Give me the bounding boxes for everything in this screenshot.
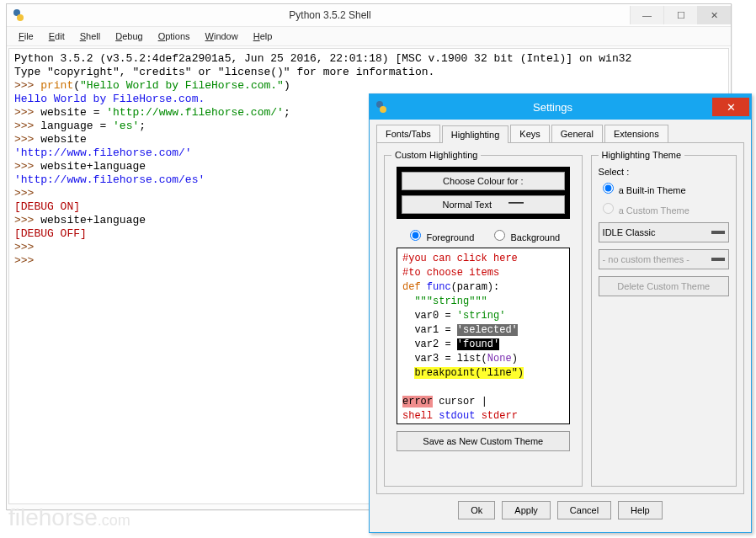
pv-v2pre: var2 = bbox=[402, 338, 457, 350]
highlighting-theme-group: Highlighting Theme Select : a Built-in T… bbox=[591, 150, 737, 487]
menu-file[interactable]: File bbox=[12, 29, 40, 43]
pv-v2fnd: 'found' bbox=[457, 338, 499, 350]
assign-site: website = bbox=[40, 106, 106, 119]
shell-titlebar: Python 3.5.2 Shell — ☐ ✕ bbox=[7, 4, 731, 26]
custom-highlighting-group: Custom Highlighting Choose Colour for : … bbox=[384, 150, 583, 487]
theme-name: IDLE Classic bbox=[603, 227, 656, 237]
concat-cmd2: website+language bbox=[40, 214, 146, 226]
tab-body: Custom Highlighting Choose Colour for : … bbox=[376, 142, 744, 494]
watermark: filehorse.com bbox=[8, 504, 130, 531]
apply-button[interactable]: Apply bbox=[502, 501, 551, 519]
watermark-main: filehorse bbox=[8, 504, 98, 530]
save-label: Save as New Custom Theme bbox=[423, 436, 543, 446]
pv-v1sel: 'selected' bbox=[457, 324, 518, 336]
nocustom-label: - no custom themes - bbox=[603, 254, 689, 264]
pv-v0pre: var0 = bbox=[402, 310, 457, 322]
highlight-preview[interactable]: #you can click here #to choose items def… bbox=[397, 248, 570, 424]
window-buttons: — ☐ ✕ bbox=[630, 6, 731, 24]
menu-help[interactable]: Help bbox=[247, 29, 280, 43]
black-box: Choose Colour for : Normal Text bbox=[397, 167, 570, 219]
debug-off: [DEBUG OFF] bbox=[14, 227, 87, 240]
site-val: 'http://www.filehorse.com/' bbox=[106, 106, 284, 119]
tab-keys[interactable]: Keys bbox=[510, 125, 549, 142]
pv-v3none: None bbox=[487, 353, 512, 365]
lang-val: 'es' bbox=[113, 120, 139, 132]
element-kind-dropdown[interactable]: Normal Text bbox=[402, 195, 565, 214]
pv-errrest: cursor | bbox=[433, 396, 487, 407]
tab-extensions[interactable]: Extensions bbox=[604, 125, 668, 142]
pv-err: error bbox=[402, 396, 433, 407]
pc: ) bbox=[284, 79, 290, 92]
menu-window[interactable]: Window bbox=[199, 29, 245, 43]
pv-v3pre: var3 = list( bbox=[402, 353, 487, 365]
maximize-button[interactable]: ☐ bbox=[663, 6, 697, 24]
pv-doc: """string""" bbox=[402, 296, 487, 307]
theme-dropdown[interactable]: IDLE Classic bbox=[599, 222, 729, 242]
menu-shell[interactable]: Shell bbox=[73, 29, 107, 43]
echo-concat: 'http://www.filehorse.com/es' bbox=[14, 173, 205, 186]
pv-bppre bbox=[402, 367, 414, 379]
svg-point-3 bbox=[380, 106, 386, 113]
radio-foreground[interactable]: Foreground bbox=[406, 232, 474, 242]
settings-dialog: Settings ✕ Fonts/Tabs Highlighting Keys … bbox=[369, 93, 752, 533]
print-arg: "Hello World by FileHorse.com." bbox=[80, 79, 284, 92]
p9: >>> bbox=[14, 254, 40, 267]
p4: >>> bbox=[14, 133, 40, 146]
concat-cmd: website+language bbox=[40, 160, 146, 173]
menu-options[interactable]: Options bbox=[152, 29, 197, 43]
banner1: Python 3.5.2 (v3.5.2:4def2a2901a5, Jun 2… bbox=[14, 52, 631, 65]
p2: >>> bbox=[14, 106, 40, 119]
dialog-title: Settings bbox=[393, 101, 712, 114]
p8: >>> bbox=[14, 241, 40, 253]
pv-c2: #to choose items bbox=[402, 267, 499, 279]
fg-bg-radios: Foreground Background bbox=[391, 227, 575, 242]
delete-label: Delete Custom Theme bbox=[617, 281, 710, 291]
menu-debug[interactable]: Debug bbox=[109, 29, 149, 43]
echo-site-cmd: website bbox=[40, 133, 87, 146]
tab-fonts[interactable]: Fonts/Tabs bbox=[376, 125, 440, 142]
pv-sig: (param): bbox=[451, 281, 500, 293]
echo-site: 'http://www.filehorse.com/' bbox=[14, 146, 192, 159]
pv-func: func bbox=[427, 281, 451, 293]
right-legend: Highlighting Theme bbox=[599, 150, 685, 160]
pv-c1: #you can click here bbox=[402, 253, 518, 264]
pv-stderr: stderr bbox=[482, 410, 518, 422]
kind-label: Normal Text bbox=[443, 200, 492, 210]
ok-button[interactable]: Ok bbox=[458, 501, 495, 519]
radio-custom[interactable]: a Custom Theme bbox=[599, 200, 729, 216]
semi2: ; bbox=[139, 120, 146, 132]
p5: >>> bbox=[14, 160, 40, 173]
radio-background[interactable]: Background bbox=[490, 232, 560, 242]
delete-theme-button: Delete Custom Theme bbox=[599, 276, 729, 296]
tab-general[interactable]: General bbox=[551, 125, 603, 142]
dialog-buttons: Ok Apply Cancel Help bbox=[370, 498, 751, 528]
pv-stdout: stdout bbox=[439, 410, 481, 422]
shell-title: Python 3.5.2 Shell bbox=[30, 9, 630, 21]
select-label: Select : bbox=[599, 167, 729, 177]
cancel-button[interactable]: Cancel bbox=[557, 501, 611, 519]
dropdown-icon bbox=[711, 231, 725, 234]
pv-v0str: 'string' bbox=[457, 310, 506, 322]
save-as-theme-button[interactable]: Save as New Custom Theme bbox=[397, 431, 570, 451]
tab-highlighting[interactable]: Highlighting bbox=[442, 125, 508, 143]
dropdown-icon bbox=[508, 202, 524, 207]
choose-colour-button[interactable]: Choose Colour for : bbox=[402, 172, 565, 190]
pv-def: def bbox=[402, 281, 421, 293]
choose-label: Choose Colour for : bbox=[443, 176, 523, 186]
custom-theme-dropdown: - no custom themes - bbox=[599, 249, 729, 269]
left-legend: Custom Highlighting bbox=[391, 150, 481, 160]
p3: >>> bbox=[14, 120, 40, 132]
dialog-close-button[interactable]: ✕ bbox=[712, 98, 749, 116]
close-button[interactable]: ✕ bbox=[697, 6, 731, 24]
pv-blank bbox=[402, 381, 408, 393]
debug-on: [DEBUG ON] bbox=[14, 200, 80, 213]
radio-builtin[interactable]: a Built-in Theme bbox=[599, 180, 729, 195]
minimize-button[interactable]: — bbox=[630, 6, 663, 24]
help-button[interactable]: Help bbox=[618, 501, 663, 519]
pv-shell: shell bbox=[402, 410, 439, 422]
python-icon bbox=[375, 100, 388, 114]
svg-point-1 bbox=[17, 14, 24, 21]
menu-edit[interactable]: Edit bbox=[42, 29, 72, 43]
python-icon bbox=[12, 8, 25, 22]
menu-bar: File Edit Shell Debug Options Window Hel… bbox=[7, 26, 731, 46]
